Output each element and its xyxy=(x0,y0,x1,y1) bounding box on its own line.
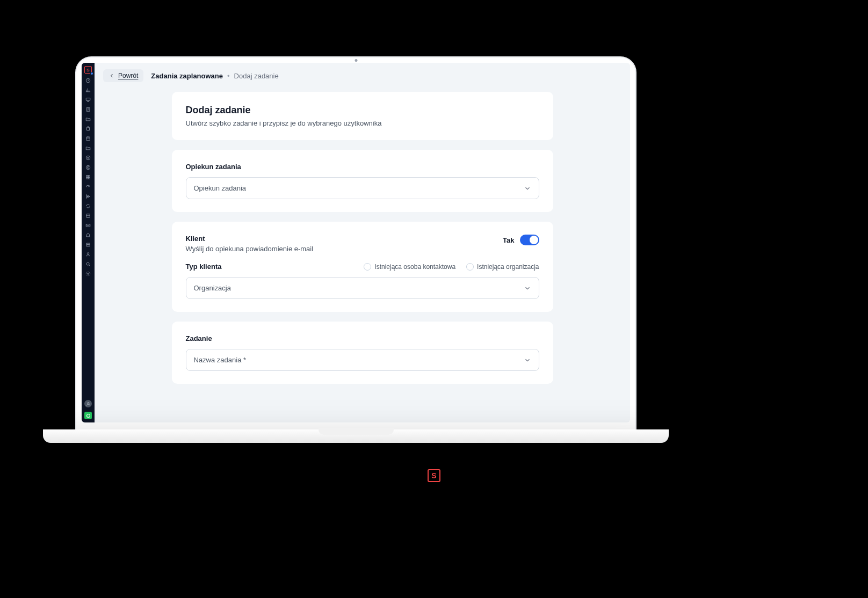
main-content: Powrót Zadania zaplanowane • Dodaj zadan… xyxy=(95,63,630,422)
breadcrumb-sep: • xyxy=(227,72,230,80)
clipboard-icon[interactable] xyxy=(85,126,91,132)
monitor-icon[interactable] xyxy=(85,97,91,103)
camera-dot xyxy=(355,59,357,62)
bell-icon[interactable] xyxy=(85,232,91,238)
svg-rect-11 xyxy=(88,176,90,177)
task-name-select[interactable]: Nazwa zadania * xyxy=(186,349,539,371)
client-type-radio-group: Istniejąca osoba kontaktowa Istniejąca o… xyxy=(364,263,539,271)
caretaker-select[interactable]: Opiekun zadania xyxy=(186,177,539,199)
breadcrumb: Zadania zaplanowane • Dodaj zadanie xyxy=(151,72,278,80)
server-icon[interactable] xyxy=(85,242,91,247)
avatar[interactable] xyxy=(84,400,92,407)
panel-client: Klient Wyślij do opiekuna powiadomienie … xyxy=(172,222,553,312)
page-title: Dodaj zadanie xyxy=(186,105,539,116)
app-screen: Powrót Zadania zaplanowane • Dodaj zadan… xyxy=(82,63,630,422)
brand-logo: S xyxy=(428,469,440,482)
client-notify-label: Wyślij do opiekuna powiadomienie e-mail xyxy=(186,245,314,253)
chevron-down-icon xyxy=(524,285,531,292)
arrow-left-icon xyxy=(108,72,115,79)
laptop-base xyxy=(43,429,669,443)
panel-task: Zadanie Nazwa zadania * xyxy=(172,322,553,384)
svg-rect-17 xyxy=(86,245,90,246)
chevron-down-icon xyxy=(524,356,531,364)
svg-rect-10 xyxy=(86,176,88,177)
notification-dot-icon xyxy=(90,72,93,75)
client-label: Klient xyxy=(186,235,314,243)
scroll-area[interactable]: Dodaj zadanie Utwórz szybko zadanie i pr… xyxy=(95,87,630,422)
back-label: Powrót xyxy=(118,72,138,79)
refresh-icon[interactable] xyxy=(85,203,91,209)
sidebar xyxy=(82,63,95,422)
client-type-label: Typ klienta xyxy=(186,262,222,271)
svg-point-19 xyxy=(86,262,89,265)
panel-caretaker: Opiekun zadania Opiekun zadania xyxy=(172,150,553,212)
radio-existing-contact[interactable]: Istniejąca osoba kontaktowa xyxy=(364,263,455,271)
mail-icon[interactable] xyxy=(85,223,91,228)
app-logo[interactable] xyxy=(84,66,92,74)
page-subtitle: Utwórz szybko zadanie i przypisz je do w… xyxy=(186,119,539,127)
svg-point-6 xyxy=(86,156,90,160)
document-icon[interactable] xyxy=(85,107,91,112)
at-icon[interactable] xyxy=(85,155,91,161)
breadcrumb-root[interactable]: Zadania zaplanowane xyxy=(151,72,223,80)
svg-point-8 xyxy=(86,165,90,170)
svg-point-21 xyxy=(88,402,89,404)
client-type-select[interactable]: Organizacja xyxy=(186,277,539,299)
gear-icon[interactable] xyxy=(85,271,91,276)
svg-point-20 xyxy=(88,273,89,275)
user-icon[interactable] xyxy=(85,252,91,257)
folder2-icon[interactable] xyxy=(85,145,91,151)
svg-rect-5 xyxy=(86,137,90,141)
radio-org-label: Istniejąca organizacja xyxy=(477,263,539,271)
folder-icon[interactable] xyxy=(85,116,91,122)
task-label: Zadanie xyxy=(186,334,539,342)
svg-rect-16 xyxy=(86,243,90,245)
panel-header: Dodaj zadanie Utwórz szybko zadanie i pr… xyxy=(172,92,553,140)
svg-rect-12 xyxy=(86,177,88,179)
topbar: Powrót Zadania zaplanowane • Dodaj zadan… xyxy=(95,63,630,87)
notify-toggle[interactable] xyxy=(520,235,539,245)
laptop-notch xyxy=(319,428,394,435)
laptop-frame: Powrót Zadania zaplanowane • Dodaj zadan… xyxy=(75,56,636,432)
svg-rect-1 xyxy=(86,98,90,101)
task-name-placeholder: Nazwa zadania * xyxy=(194,356,247,364)
chevron-down-icon xyxy=(524,185,531,192)
caretaker-label: Opiekun zadania xyxy=(186,163,539,171)
layout-icon[interactable] xyxy=(85,213,91,218)
svg-point-9 xyxy=(87,166,89,168)
back-button[interactable]: Powrót xyxy=(103,69,143,82)
toggle-label: Tak xyxy=(503,236,514,244)
radio-contact-label: Istniejąca osoba kontaktowa xyxy=(374,263,455,271)
breadcrumb-current: Dodaj zadanie xyxy=(234,72,279,80)
clock-icon[interactable] xyxy=(85,78,91,83)
grid-icon[interactable] xyxy=(85,174,91,180)
dashboard-icon[interactable] xyxy=(85,184,91,189)
svg-rect-15 xyxy=(86,224,90,227)
radio-circle-icon xyxy=(466,263,474,271)
radio-circle-icon xyxy=(364,263,371,271)
svg-rect-13 xyxy=(88,177,90,179)
client-type-value: Organizacja xyxy=(194,284,231,292)
svg-point-18 xyxy=(87,253,89,254)
chart-icon[interactable] xyxy=(85,87,91,93)
calendar-icon[interactable] xyxy=(85,136,91,141)
caretaker-select-placeholder: Opiekun zadania xyxy=(194,184,247,192)
status-icon[interactable] xyxy=(84,412,92,419)
svg-point-7 xyxy=(88,157,89,159)
target-icon[interactable] xyxy=(85,165,91,170)
search-icon[interactable] xyxy=(85,261,91,267)
svg-point-22 xyxy=(86,414,90,417)
radio-existing-org[interactable]: Istniejąca organizacja xyxy=(466,263,539,271)
send-icon[interactable] xyxy=(85,194,91,199)
svg-rect-14 xyxy=(86,214,90,218)
